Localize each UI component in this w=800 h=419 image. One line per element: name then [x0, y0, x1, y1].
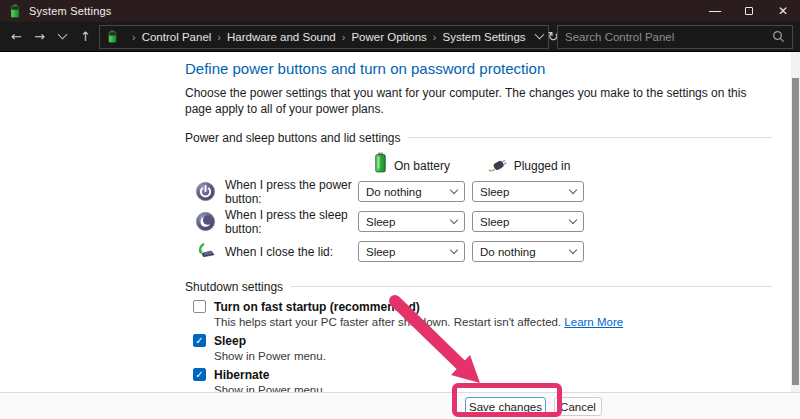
option-fast-startup: Turn on fast startup (recommended) This … — [193, 300, 772, 328]
dropdown-sleep-button-on-battery[interactable]: Sleep — [358, 211, 465, 232]
option-label: Hibernate — [214, 368, 269, 382]
breadcrumb-separator: › — [216, 31, 222, 43]
chevron-down-icon — [569, 246, 577, 254]
page-title: Define power buttons and turn on passwor… — [185, 60, 772, 77]
page-intro: Choose the power settings that you want … — [185, 86, 767, 118]
maximize-button[interactable] — [732, 0, 766, 22]
app-battery-icon — [8, 4, 22, 18]
option-label: Sleep — [214, 334, 246, 348]
search-input[interactable] — [565, 31, 772, 43]
breadcrumb-separator: › — [131, 31, 137, 43]
power-button-icon — [195, 181, 216, 202]
row-label-power-button: When I press the power button: — [225, 178, 358, 206]
chevron-down-icon — [450, 186, 458, 194]
titlebar: System Settings — ✕ — [0, 0, 800, 22]
chevron-down-icon — [450, 246, 458, 254]
checkbox-hibernate[interactable] — [193, 368, 206, 381]
battery-icon — [373, 152, 388, 173]
navigation-toolbar: ← → ↑ › Control Panel › Hardware and Sou… — [0, 22, 800, 52]
breadcrumb-system-settings[interactable]: System Settings — [443, 31, 526, 43]
recent-pages-dropdown[interactable] — [51, 25, 74, 49]
address-bar[interactable]: › Control Panel › Hardware and Sound › P… — [99, 25, 549, 49]
option-description: Show in Power menu. — [214, 350, 772, 362]
chevron-down-icon — [569, 216, 577, 224]
forward-button[interactable]: → — [28, 25, 51, 49]
search-box[interactable] — [557, 25, 793, 49]
breadcrumb-power-options[interactable]: Power Options — [351, 31, 426, 43]
scrollbar-thumb[interactable] — [792, 78, 799, 385]
up-button[interactable]: ↑ — [74, 25, 97, 49]
chevron-down-icon — [450, 216, 458, 224]
shutdown-section-label: Shutdown settings — [185, 280, 772, 294]
maximize-icon — [745, 7, 753, 15]
option-sleep: Sleep Show in Power menu. — [193, 334, 772, 362]
window-title: System Settings — [29, 5, 111, 17]
chevron-down-icon — [534, 30, 544, 40]
dropdown-close-lid-plugged-in[interactable]: Do nothing — [472, 241, 584, 262]
close-button[interactable]: ✕ — [766, 0, 800, 22]
breadcrumb-hardware-and-sound[interactable]: Hardware and Sound — [227, 31, 336, 43]
location-battery-icon — [106, 30, 119, 43]
power-section-label: Power and sleep buttons and lid settings — [185, 131, 772, 145]
column-header-on-battery: On battery — [358, 147, 465, 177]
option-description: This helps start your PC faster after sh… — [214, 316, 772, 328]
back-button[interactable]: ← — [5, 25, 28, 49]
cancel-button[interactable]: Cancel — [554, 397, 602, 416]
breadcrumb-separator: › — [341, 31, 347, 43]
minimize-button[interactable]: — — [698, 0, 732, 22]
chevron-down-icon — [569, 186, 577, 194]
dropdown-power-button-on-battery[interactable]: Do nothing — [358, 181, 465, 202]
dropdown-close-lid-on-battery[interactable]: Sleep — [358, 241, 465, 262]
footer-bar: Save changes Cancel — [0, 392, 800, 419]
option-label: Turn on fast startup (recommended) — [214, 300, 420, 314]
breadcrumb-control-panel[interactable]: Control Panel — [142, 31, 212, 43]
checkbox-sleep[interactable] — [193, 334, 206, 347]
window-controls: — ✕ — [698, 0, 800, 22]
checkbox-fast-startup[interactable] — [193, 300, 206, 313]
chevron-down-icon — [58, 30, 68, 40]
breadcrumb-separator: › — [432, 31, 438, 43]
save-changes-button[interactable]: Save changes — [465, 397, 546, 416]
settings-page: Define power buttons and turn on passwor… — [0, 52, 790, 392]
dropdown-power-button-plugged-in[interactable]: Sleep — [472, 181, 584, 202]
sleep-button-icon — [195, 211, 216, 232]
plug-icon — [486, 157, 508, 173]
address-dropdown-button[interactable] — [536, 26, 543, 48]
row-label-close-lid: When I close the lid: — [225, 245, 358, 259]
row-label-sleep-button: When I press the sleep button: — [225, 208, 358, 236]
column-header-plugged-in: Plugged in — [472, 147, 584, 177]
search-icon — [772, 30, 785, 43]
lid-close-icon — [195, 241, 216, 262]
power-settings-grid: On battery Plugged in When I press the p… — [185, 147, 772, 267]
dropdown-sleep-button-plugged-in[interactable]: Sleep — [472, 211, 584, 232]
vertical-scrollbar[interactable] — [791, 52, 800, 392]
learn-more-link[interactable]: Learn More — [564, 316, 623, 328]
